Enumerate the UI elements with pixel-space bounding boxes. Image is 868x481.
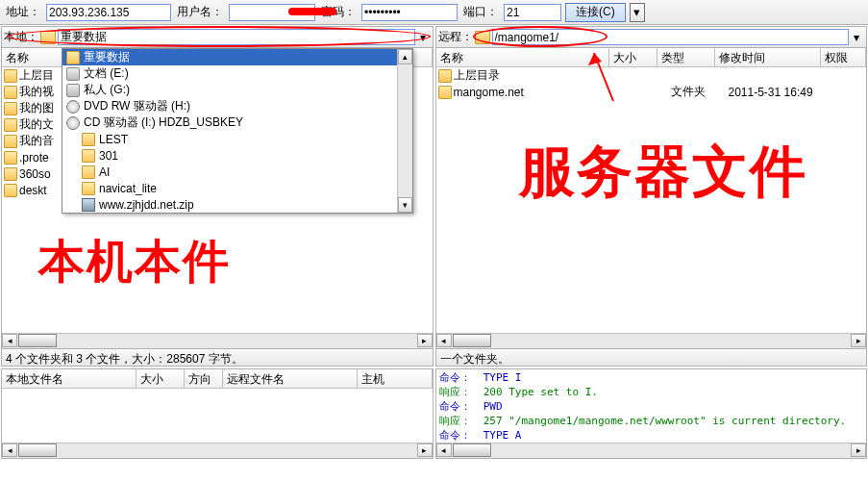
col-size[interactable]: 大小 bbox=[136, 369, 185, 388]
dropdown-item[interactable]: 重要数据 bbox=[62, 49, 412, 65]
col-direction[interactable]: 方向 bbox=[185, 369, 223, 388]
scroll-right-button[interactable]: ▸ bbox=[851, 443, 866, 457]
local-hscroll[interactable]: ◂ ▸ bbox=[2, 333, 433, 348]
bottom-panels: 本地文件名 大小 方向 远程文件名 主机 ◂ ▸ 命令： TYPE I响应： 2… bbox=[0, 367, 868, 460]
local-path-dropdown[interactable]: 重要数据文档 (E:)私人 (G:)DVD RW 驱动器 (H:)CD 驱动器 … bbox=[62, 48, 413, 214]
address-input[interactable] bbox=[46, 4, 171, 21]
log-body[interactable]: 命令： TYPE I响应： 200 Type set to I.命令： PWD响… bbox=[436, 369, 867, 443]
local-path-dropdown-button[interactable]: ▾ bbox=[415, 31, 431, 44]
scroll-right-button[interactable]: ▸ bbox=[417, 334, 433, 347]
log-label: 命令： bbox=[439, 371, 471, 384]
dropdown-item[interactable]: CD 驱动器 (I:) HDZB_USBKEY bbox=[62, 114, 412, 131]
item-label: 我的视 bbox=[19, 84, 54, 100]
scroll-right-button[interactable]: ▸ bbox=[417, 443, 433, 457]
folder-icon bbox=[4, 69, 17, 83]
dropdown-item[interactable]: www.zjhjdd.net.zip bbox=[62, 196, 412, 213]
scroll-thumb[interactable] bbox=[453, 334, 491, 347]
connect-dropdown-button[interactable]: ▾ bbox=[630, 3, 645, 22]
scroll-left-button[interactable]: ◂ bbox=[436, 334, 452, 347]
log-value: PWD bbox=[484, 400, 503, 413]
remote-status: 一个文件夹。 bbox=[436, 348, 867, 366]
log-line: 响应： 257 "/mangome1/mangome.net/wwwroot" … bbox=[439, 414, 864, 428]
scroll-down-button[interactable]: ▾ bbox=[398, 197, 412, 213]
ftp-app: 地址： 用户名： 密码： 端口： 连接(C) ▾ 本地： ▾ 名称 上层目我的视… bbox=[0, 0, 868, 481]
col-size[interactable]: 大小 bbox=[609, 48, 657, 66]
remote-label: 远程： bbox=[438, 29, 473, 45]
item-label: deskt bbox=[19, 184, 47, 197]
remote-list[interactable]: 上层目录mangome.net文件夹2011-5-31 16:49 bbox=[436, 67, 867, 333]
item-label: 我的音 bbox=[19, 133, 54, 149]
log-line: 命令： PWD bbox=[439, 399, 864, 414]
cd-icon bbox=[66, 116, 80, 130]
scroll-thumb[interactable] bbox=[18, 443, 57, 457]
queue-header: 本地文件名 大小 方向 远程文件名 主机 bbox=[2, 369, 433, 389]
col-type[interactable]: 类型 bbox=[657, 48, 715, 66]
log-line: 响应： 200 Type set to I. bbox=[439, 385, 864, 399]
scroll-thumb[interactable] bbox=[18, 334, 57, 347]
queue-hscroll[interactable]: ◂ ▸ bbox=[2, 443, 433, 458]
col-remote-file[interactable]: 远程文件名 bbox=[223, 369, 358, 388]
log-label: 响应： bbox=[439, 386, 471, 398]
folder-icon bbox=[4, 135, 17, 148]
username-input[interactable] bbox=[229, 4, 315, 21]
remote-path-input[interactable] bbox=[492, 29, 850, 45]
col-mtime[interactable]: 修改时间 bbox=[715, 48, 821, 66]
list-item[interactable]: 上层目录 bbox=[436, 67, 867, 84]
dropdown-item[interactable]: 301 bbox=[62, 147, 412, 164]
scroll-left-button[interactable]: ◂ bbox=[2, 443, 17, 457]
item-label: 重要数据 bbox=[84, 49, 130, 65]
dropdown-item[interactable]: 文档 (E:) bbox=[62, 65, 412, 82]
col-host[interactable]: 主机 bbox=[358, 369, 433, 388]
folder-icon bbox=[82, 165, 95, 179]
scroll-thumb[interactable] bbox=[453, 443, 491, 457]
dropdown-item[interactable]: 私人 (G:) bbox=[62, 82, 412, 98]
folder-icon bbox=[82, 149, 95, 163]
item-label: 360so bbox=[19, 167, 51, 181]
scroll-left-button[interactable]: ◂ bbox=[2, 334, 17, 347]
col-local-file[interactable]: 本地文件名 bbox=[2, 369, 136, 388]
connect-button[interactable]: 连接(C) bbox=[565, 3, 626, 22]
scroll-up-button[interactable]: ▴ bbox=[398, 49, 412, 64]
local-path-input[interactable] bbox=[58, 29, 415, 45]
dropdown-item[interactable]: AI bbox=[62, 164, 412, 180]
item-label: AI bbox=[99, 165, 110, 179]
local-status: 4 个文件夹和 3 个文件，大小：285607 字节。 bbox=[2, 348, 433, 366]
dropdown-item[interactable]: DVD RW 驱动器 (H:) bbox=[62, 98, 412, 114]
dropdown-scrollbar[interactable]: ▴ ▾ bbox=[397, 49, 412, 213]
dropdown-item[interactable]: LEST bbox=[62, 131, 412, 147]
item-label: navicat_lite bbox=[99, 182, 157, 195]
item-mtime: 2011-5-31 16:49 bbox=[729, 86, 834, 99]
col-perm[interactable]: 权限 bbox=[821, 48, 867, 66]
queue-body[interactable] bbox=[2, 389, 433, 443]
log-value: 257 "/mangome1/mangome.net/wwwroot" is c… bbox=[484, 415, 847, 427]
item-name: 上层目录 bbox=[454, 67, 623, 84]
item-label: 上层目 bbox=[19, 67, 54, 84]
remote-path-dropdown-button[interactable]: ▾ bbox=[849, 31, 864, 44]
scroll-left-button[interactable]: ◂ bbox=[436, 443, 452, 457]
password-input[interactable] bbox=[361, 4, 458, 21]
log-value: TYPE I bbox=[484, 371, 522, 384]
remote-hscroll[interactable]: ◂ ▸ bbox=[436, 333, 867, 348]
item-label: DVD RW 驱动器 (H:) bbox=[84, 98, 190, 114]
item-label: 私人 (G:) bbox=[84, 82, 130, 98]
folder-icon bbox=[4, 167, 17, 181]
port-input[interactable] bbox=[504, 4, 561, 21]
folder-icon bbox=[4, 151, 17, 165]
log-hscroll[interactable]: ◂ ▸ bbox=[436, 443, 867, 458]
col-name[interactable]: 名称 bbox=[436, 48, 609, 66]
folder-icon bbox=[82, 182, 95, 195]
folder-icon bbox=[438, 86, 452, 99]
folder-icon bbox=[40, 31, 56, 44]
list-item[interactable]: mangome.net文件夹2011-5-31 16:49 bbox=[436, 84, 867, 100]
log-label: 响应： bbox=[439, 415, 471, 427]
item-label: .prote bbox=[19, 151, 49, 165]
dropdown-item[interactable]: navicat_lite bbox=[62, 180, 412, 196]
remote-list-header: 名称 大小 类型 修改时间 权限 bbox=[436, 48, 867, 67]
drive-icon bbox=[66, 84, 80, 97]
address-label: 地址： bbox=[4, 4, 42, 20]
log-line: 命令： TYPE A bbox=[439, 428, 864, 443]
scroll-right-button[interactable]: ▸ bbox=[851, 334, 866, 347]
log-value: TYPE A bbox=[484, 429, 522, 442]
folder-icon bbox=[82, 133, 95, 146]
drive-icon bbox=[66, 67, 80, 81]
